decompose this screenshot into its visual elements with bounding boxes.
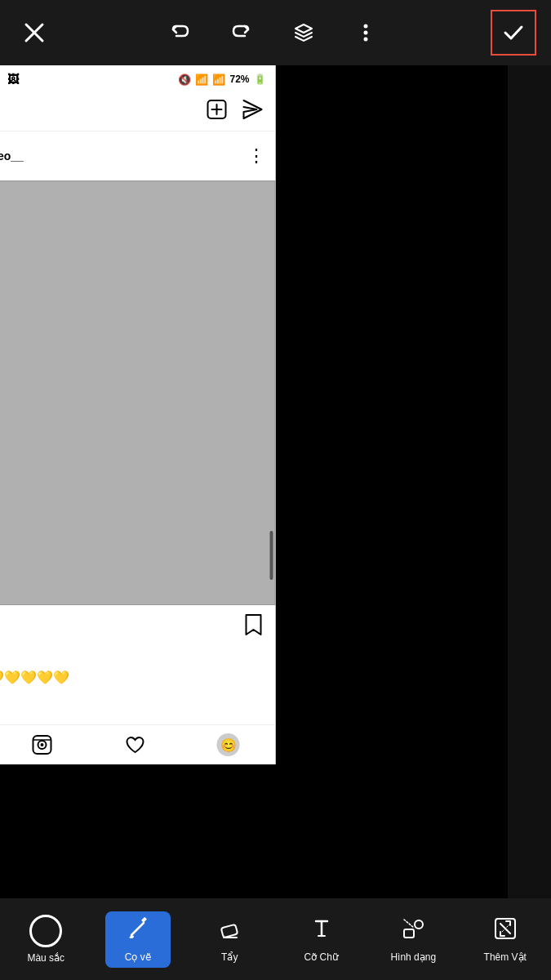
layers-button[interactable] [284,13,323,52]
instagram-post: 😊 khung_long_ten_bong_beo__ ⋮ ❤️ [0,131,276,724]
svg-point-5 [363,38,367,42]
toolbar-center [160,13,385,52]
status-photo-icon: 🖼 [7,73,19,86]
color-label: Màu sắc [27,952,64,964]
status-bar: 04:32 🖼 🔇 📶 📶 72% 🔋 [0,65,276,93]
header-icons [206,98,264,126]
post-header: 😊 khung_long_ten_bong_beo__ ⋮ [0,131,276,180]
tool-text[interactable]: Cỡ Chữ [289,916,354,963]
post-more-button[interactable]: ⋮ [247,145,266,167]
svg-point-4 [363,31,367,35]
activity-nav-button[interactable] [124,734,145,755]
text-label: Cỡ Chữ [304,951,339,963]
tool-color[interactable]: Màu sắc [13,915,78,964]
redo-icon [230,21,253,44]
close-icon [23,21,46,44]
add-object-label: Thêm Vật [484,951,527,963]
svg-line-24 [404,920,414,928]
top-toolbar [0,0,551,65]
confirm-icon [502,21,525,44]
profile-nav-button[interactable]: 😊 [217,733,240,756]
svg-point-13 [41,743,44,746]
eraser-label: Tẩy [221,951,238,963]
phone-screen: 04:32 🖼 🔇 📶 📶 72% 🔋 Instagram [0,65,276,764]
svg-rect-23 [404,929,414,938]
post-username: khung_long_ten_bong_beo__ [0,149,24,163]
battery-text: 72% [229,74,249,85]
add-object-icon [493,916,518,947]
send-button[interactable] [242,98,264,126]
svg-point-22 [415,920,423,929]
wifi-icon: 📶 [195,74,208,86]
instagram-header: Instagram [0,93,276,131]
layers-icon [292,21,315,44]
post-image [0,180,276,605]
svg-rect-16 [141,916,147,922]
bookmark-button[interactable] [243,613,264,642]
side-overlay-right [508,65,551,906]
text-icon [309,916,334,947]
tool-eraser[interactable]: Tẩy [197,916,262,963]
color-circle [29,915,62,947]
brush-icon [126,916,150,947]
bottom-editor-toolbar: Màu sắc Cọ vẽ Tẩy Cỡ Ch [0,898,551,980]
text-svg [309,916,334,941]
shape-svg [401,916,425,941]
more-icon [354,21,377,44]
post-actions: ❤️ [0,605,276,650]
undo-icon [168,21,191,44]
post-caption: khung_long_ten_bong_beo__ 💛💛💛💛💛 [0,666,276,692]
bookmark-icon [243,613,264,636]
instagram-bottom-nav: 😊 [0,724,276,764]
svg-rect-17 [221,924,238,937]
status-right: 🔇 📶 📶 72% 🔋 [178,74,265,86]
send-icon [242,98,264,121]
shape-icon [401,916,425,947]
reels-icon [32,734,53,755]
brush-svg [126,916,150,941]
tool-add-object[interactable]: Thêm Vật [473,916,538,963]
post-likes: 1 lượt thích [0,650,276,666]
tool-brush[interactable]: Cọ vẽ [105,911,171,968]
post-user: 😊 khung_long_ten_bong_beo__ [0,140,24,172]
tool-shape[interactable]: Hình dạng [380,916,446,963]
close-button[interactable] [15,13,54,52]
eraser-svg [217,916,242,941]
add-object-svg [493,916,518,941]
brush-label: Cọ vẽ [125,951,151,963]
shape-label: Hình dạng [390,951,436,963]
redo-button[interactable] [222,13,261,52]
battery-icon: 🔋 [254,74,266,85]
mute-icon: 🔇 [178,74,191,86]
heart-icon [124,734,145,755]
more-button[interactable] [346,13,385,52]
scroll-indicator [270,531,273,580]
signal-icon: 📶 [212,74,225,86]
new-post-button[interactable] [206,98,229,126]
plus-square-icon [206,98,229,121]
svg-line-15 [131,923,144,935]
comment-row: 😊 [0,692,276,724]
eraser-icon [217,916,242,947]
confirm-button[interactable] [491,10,536,56]
svg-marker-2 [295,24,312,33]
reels-nav-button[interactable] [32,734,53,755]
undo-button[interactable] [160,13,199,52]
caption-emoji: 💛💛💛💛💛 [0,670,69,684]
svg-point-3 [363,24,367,29]
